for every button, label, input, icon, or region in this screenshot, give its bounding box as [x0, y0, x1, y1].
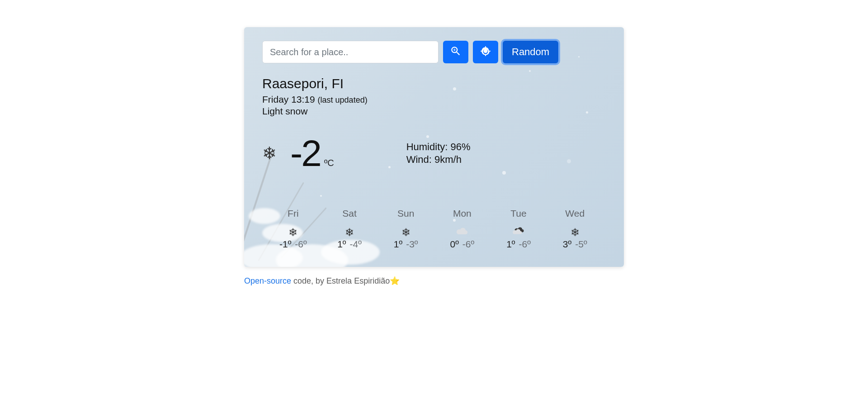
forecast-day: Sat❄1º-4º — [321, 208, 378, 250]
day-temps: 1º-3º — [377, 239, 434, 250]
location-name: Raasepori, FI — [262, 76, 606, 91]
forecast-day: Fri❄-1º-6º — [265, 208, 321, 250]
crosshair-icon — [480, 45, 491, 59]
overcast-icon — [512, 226, 525, 238]
search-button[interactable] — [443, 41, 468, 63]
geolocate-button[interactable] — [473, 41, 498, 63]
forecast-day: Wed❄3º-5º — [547, 208, 603, 250]
temp-value: -2 — [290, 135, 321, 172]
high-temp: 0º — [450, 239, 459, 249]
weather-card: Random Raasepori, FI Friday 13:19 (last … — [244, 27, 624, 267]
day-temps: 1º-6º — [491, 239, 547, 250]
current-row: ❄ -2 ºC Humidity: 96% Wind: 9km/h — [262, 135, 606, 172]
stats-block: Humidity: 96% Wind: 9km/h — [406, 140, 471, 166]
random-button[interactable]: Random — [503, 41, 558, 63]
forecast-row: Fri❄-1º-6ºSat❄1º-4ºSun❄1º-3ºMon0º-6ºTue1… — [262, 208, 606, 250]
temp-unit: ºC — [324, 158, 334, 168]
last-updated: Friday 13:19 (last updated) — [262, 94, 606, 105]
search-zoom-icon — [450, 45, 462, 59]
day-label: Sat — [321, 208, 378, 219]
condition-text: Light snow — [262, 106, 606, 117]
star-icon: ⭐ — [390, 276, 400, 285]
snowflake-icon: ❄ — [345, 226, 354, 238]
updated-suffix: (last updated) — [318, 95, 368, 104]
footer-text: code, by Estrela Espiridião — [291, 276, 390, 285]
wind-line: Wind: 9km/h — [406, 154, 471, 166]
cloud-icon — [456, 226, 468, 238]
low-temp: -6º — [519, 239, 531, 249]
wind-label: Wind: — [406, 154, 434, 165]
high-temp: -1º — [279, 239, 291, 249]
snowflake-icon: ❄ — [262, 143, 277, 163]
low-temp: -6º — [462, 239, 474, 249]
day-temps: 0º-6º — [434, 239, 491, 250]
high-temp: 1º — [337, 239, 346, 249]
day-label: Mon — [434, 208, 491, 219]
humidity-line: Humidity: 96% — [406, 141, 471, 153]
day-label: Sun — [377, 208, 434, 219]
day-temps: -1º-6º — [265, 239, 321, 250]
high-temp: 1º — [394, 239, 402, 249]
snowflake-icon: ❄ — [288, 226, 297, 238]
search-row: Random — [262, 41, 606, 63]
snowflake-icon: ❄ — [571, 226, 580, 238]
low-temp: -4º — [350, 239, 362, 249]
open-source-link[interactable]: Open-source — [244, 276, 291, 285]
humidity-label: Humidity: — [406, 141, 451, 152]
snowflake-icon: ❄ — [401, 226, 410, 238]
footer: Open-source code, by Estrela Espiridião⭐ — [244, 276, 624, 286]
humidity-value: 96% — [450, 141, 470, 152]
high-temp: 1º — [506, 239, 515, 249]
low-temp: -5º — [575, 239, 587, 249]
high-temp: 3º — [563, 239, 571, 249]
updated-time: Friday 13:19 — [262, 94, 318, 104]
wind-value: 9km/h — [434, 154, 462, 165]
forecast-day: Sun❄1º-3º — [377, 208, 434, 250]
day-temps: 3º-5º — [547, 239, 603, 250]
day-label: Fri — [265, 208, 321, 219]
low-temp: -6º — [295, 239, 307, 249]
day-label: Wed — [547, 208, 603, 219]
forecast-day: Tue1º-6º — [491, 208, 547, 250]
current-temperature: -2 ºC — [290, 135, 334, 172]
low-temp: -3º — [406, 239, 418, 249]
search-input[interactable] — [262, 41, 439, 63]
day-temps: 1º-4º — [321, 239, 378, 250]
forecast-day: Mon0º-6º — [434, 208, 491, 250]
day-label: Tue — [491, 208, 547, 219]
